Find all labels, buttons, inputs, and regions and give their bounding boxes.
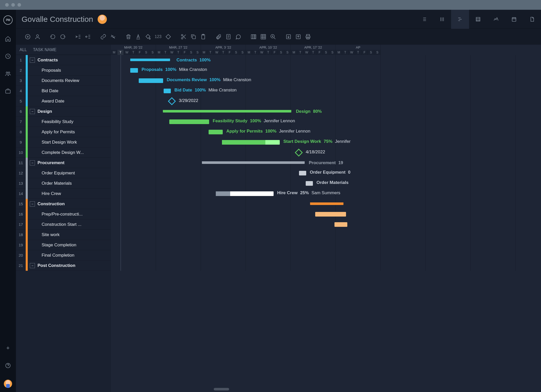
gantt-row: Order Materials [111, 178, 541, 189]
task-row[interactable]: 2Proposals [16, 65, 111, 76]
task-bar[interactable]: Order Equipment0 [299, 171, 306, 175]
indent-icon[interactable] [85, 34, 91, 40]
task-bar[interactable]: Proposals100%Mike Cranston [130, 68, 138, 73]
import-icon[interactable] [285, 34, 292, 40]
columns-icon[interactable] [250, 34, 257, 40]
grid-icon[interactable] [260, 34, 266, 40]
task-row[interactable]: 8Apply for Permits [16, 127, 111, 137]
task-row[interactable]: 4Bid Date [16, 86, 111, 96]
team-icon[interactable] [5, 70, 11, 77]
view-board-button[interactable] [433, 10, 451, 29]
portfolio-icon[interactable] [5, 88, 11, 95]
task-row[interactable]: 13Order Materials [16, 178, 111, 189]
user-avatar[interactable] [4, 380, 12, 388]
task-row[interactable]: 9Start Design Work [16, 137, 111, 147]
collapse-toggle-icon[interactable]: − [30, 201, 35, 207]
task-bar[interactable]: Hire Crew25%Sam Summers [216, 191, 274, 196]
summary-bar[interactable]: Design80% [163, 110, 291, 113]
view-list-button[interactable] [415, 10, 433, 29]
undo-icon[interactable] [50, 34, 56, 40]
view-dashboard-button[interactable] [487, 10, 505, 29]
header-task-name[interactable]: TASK NAME [33, 48, 56, 52]
view-sheet-button[interactable] [469, 10, 487, 29]
recent-icon[interactable] [5, 53, 11, 60]
row-number: 12 [16, 171, 26, 175]
task-row[interactable]: 12Order Equipment [16, 168, 111, 178]
task-bar[interactable]: Order Materials [306, 181, 313, 186]
task-bar[interactable]: Feasibility Study100%Jennifer Lennon [169, 119, 209, 124]
task-row[interactable]: 21−Post Construction [16, 260, 111, 271]
task-row[interactable]: 17Construction Start ... [16, 219, 111, 230]
collapse-toggle-icon[interactable]: − [30, 58, 35, 63]
task-row[interactable]: 10Complete Design W... [16, 147, 111, 158]
notes-icon[interactable] [225, 34, 231, 40]
toolbar-number-label[interactable]: 123 [155, 34, 162, 39]
task-row[interactable]: 18Site work [16, 230, 111, 240]
collapse-toggle-icon[interactable]: − [30, 160, 35, 165]
task-row[interactable]: 3Documents Review [16, 76, 111, 86]
milestone-diamond[interactable] [295, 148, 303, 156]
task-row[interactable]: 16Prep/Pre-constructi... [16, 209, 111, 219]
task-row[interactable]: 14Hire Crew [16, 189, 111, 199]
milestone-diamond[interactable] [168, 97, 176, 105]
redo-icon[interactable] [60, 34, 66, 40]
fill-color-icon[interactable] [145, 34, 151, 40]
home-icon[interactable] [5, 35, 11, 42]
export-icon[interactable] [295, 34, 301, 40]
day-header: M [156, 50, 162, 55]
view-file-button[interactable] [523, 10, 541, 29]
task-row[interactable]: 20Final Completion [16, 250, 111, 260]
task-bar[interactable] [334, 222, 347, 227]
gantt-panel[interactable]: MAR, 20 '22MAR, 27 '22APR, 3 '22APR, 10 … [111, 45, 541, 392]
task-bar[interactable]: Documents Review100%Mike Cranston [139, 78, 163, 83]
header-all[interactable]: ALL [20, 48, 27, 52]
assign-icon[interactable] [34, 34, 41, 40]
gantt-row [111, 240, 541, 250]
task-row[interactable]: 19Stage Completion [16, 240, 111, 250]
outdent-icon[interactable] [75, 34, 81, 40]
task-row[interactable]: 7Feasibility Study [16, 117, 111, 127]
chrome-min-dot[interactable] [11, 3, 15, 7]
attachment-icon[interactable] [216, 34, 222, 40]
collapse-toggle-icon[interactable]: − [30, 263, 35, 268]
paste-icon[interactable] [200, 34, 206, 40]
chrome-max-dot[interactable] [17, 3, 21, 7]
row-color-badge [26, 168, 28, 178]
view-calendar-button[interactable] [505, 10, 523, 29]
task-row[interactable]: 1−Contracts [16, 55, 111, 65]
summary-bar[interactable]: Contracts100% [130, 59, 170, 61]
cut-icon[interactable] [181, 34, 187, 40]
task-bar[interactable]: Apply for Permits100%Jennifer Lennon [209, 130, 223, 134]
bar-label: Order Materials [316, 180, 349, 185]
chrome-close-dot[interactable] [5, 3, 9, 7]
project-owner-avatar[interactable] [98, 15, 107, 24]
summary-bar[interactable]: Procurement19 [202, 161, 305, 164]
add-task-icon[interactable] [25, 34, 31, 40]
horizontal-scrollbar[interactable] [214, 388, 229, 390]
delete-icon[interactable] [125, 34, 132, 40]
link-icon[interactable] [100, 34, 106, 40]
view-gantt-button[interactable] [451, 10, 469, 29]
milestone-tool-icon[interactable] [165, 34, 171, 40]
bar-label: Procurement19 [309, 160, 343, 165]
text-color-icon[interactable] [135, 34, 141, 40]
collapse-toggle-icon[interactable]: − [30, 109, 35, 114]
app-logo[interactable]: PM [3, 15, 13, 25]
task-bar[interactable] [315, 212, 346, 217]
task-row[interactable]: 15−Construction [16, 199, 111, 209]
day-header: T [252, 50, 259, 55]
task-bar[interactable]: Start Design Work75%Jennifer [222, 140, 280, 145]
print-icon[interactable] [305, 34, 311, 40]
task-bar[interactable]: Bid Date100%Mike Cranston [164, 89, 171, 93]
unlink-icon[interactable] [110, 34, 116, 40]
zoom-icon[interactable] [270, 34, 276, 40]
comment-icon[interactable] [235, 34, 241, 40]
summary-bar[interactable] [310, 202, 343, 205]
add-icon[interactable]: + [6, 345, 10, 351]
task-row[interactable]: 5Award Date [16, 96, 111, 106]
copy-icon[interactable] [190, 34, 197, 40]
task-row[interactable]: 11−Procurement [16, 158, 111, 168]
task-row[interactable]: 6−Design [16, 106, 111, 117]
help-icon[interactable] [5, 362, 11, 369]
row-color-badge [26, 96, 28, 106]
